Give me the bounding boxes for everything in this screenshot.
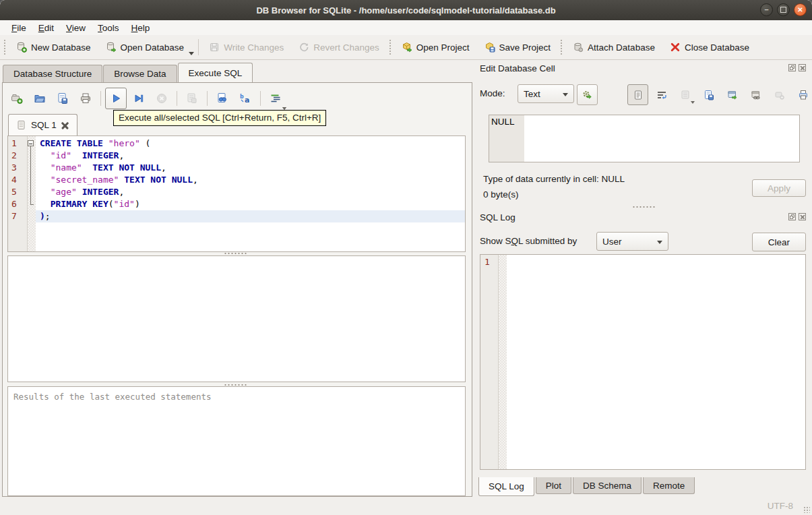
code-text: "name" TEXT NOT NULL,: [36, 162, 465, 174]
print-sql-button[interactable]: [75, 88, 96, 109]
open-sql-tab-button[interactable]: [6, 88, 28, 109]
print-cell-button[interactable]: [792, 84, 812, 105]
toolbar-drag-handle[interactable]: [3, 39, 7, 55]
editor-line[interactable]: 7);: [8, 210, 465, 222]
sql-editor[interactable]: 1CREATE TABLE "hero" (2 "id" INTEGER,3 "…: [7, 135, 466, 252]
chevron-down-icon: [563, 93, 568, 96]
dock-tab-remote[interactable]: Remote: [643, 477, 695, 494]
dock-close-icon[interactable]: [799, 64, 806, 71]
attach-database-button[interactable]: Attach Database: [565, 37, 662, 57]
open-file-icon: [34, 92, 46, 104]
code-text: "secret_name" TEXT NOT NULL,: [36, 174, 465, 186]
menu-file[interactable]: File: [5, 22, 32, 34]
sql-editor-lines: 1CREATE TABLE "hero" (2 "id" INTEGER,3 "…: [8, 138, 465, 222]
log-line-number-gutter: [480, 255, 499, 469]
open-database-button[interactable]: Open Database: [98, 37, 192, 57]
word-wrap-button[interactable]: [651, 84, 672, 105]
open-in-external-button[interactable]: [722, 84, 743, 105]
editor-line[interactable]: 3 "name" TEXT NOT NULL,: [8, 162, 465, 174]
find-in-sql-button[interactable]: [212, 88, 233, 109]
execute-current-line-button[interactable]: [128, 88, 150, 109]
maximize-button[interactable]: [777, 3, 790, 16]
mode-label: Mode:: [480, 88, 505, 98]
dock-splitter-handle[interactable]: [632, 206, 655, 208]
menu-tools[interactable]: Tools: [92, 22, 125, 34]
toolbar-drag-handle[interactable]: [389, 39, 392, 55]
find-icon: [216, 92, 228, 104]
sql-log-view[interactable]: 1: [480, 254, 806, 470]
dock-float-icon[interactable]: [788, 213, 796, 220]
editor-line[interactable]: 2 "id" INTEGER,: [8, 150, 465, 162]
open-database-icon: [106, 42, 117, 53]
fold-marker: [27, 210, 36, 222]
close-window-button[interactable]: ✕: [794, 3, 807, 16]
close-database-button[interactable]: Close Database: [662, 37, 757, 57]
tab-database-structure[interactable]: Database Structure: [3, 65, 102, 82]
toolbar-drag-handle[interactable]: [560, 39, 563, 55]
sql-log-filter-select[interactable]: User: [596, 232, 668, 251]
minimize-button[interactable]: –: [760, 3, 773, 16]
sql-document-tab[interactable]: SQL 1: [8, 114, 77, 135]
tab-browse-data[interactable]: Browse Data: [103, 65, 177, 82]
sql-tab-label: SQL 1: [31, 120, 57, 130]
menu-view[interactable]: View: [60, 22, 92, 34]
auto-indent-button[interactable]: [265, 88, 286, 109]
open-database-dropdown-icon[interactable]: [189, 52, 194, 55]
close-database-icon: [670, 42, 681, 53]
editor-line[interactable]: 1CREATE TABLE "hero" (: [8, 138, 465, 150]
word-wrap-icon: [656, 90, 667, 100]
dock-close-icon[interactable]: [799, 213, 806, 220]
dock-tab-sql-log[interactable]: SQL Log: [478, 477, 534, 496]
line-number: 2: [8, 150, 27, 162]
results-message-pane[interactable]: Results of the last executed statements: [7, 386, 466, 496]
editor-line[interactable]: 4 "secret_name" TEXT NOT NULL,: [8, 174, 465, 186]
cell-editor[interactable]: NULL: [489, 115, 800, 162]
text-mode-button[interactable]: [627, 84, 648, 105]
open-project-button[interactable]: Open Project: [394, 37, 477, 57]
fold-marker: [27, 150, 36, 162]
auto-mode-button[interactable]: [577, 84, 598, 105]
save-results-button: [181, 88, 203, 109]
results-placeholder: Results of the last executed statements: [13, 392, 212, 402]
apply-button: Apply: [752, 179, 806, 197]
export-cell-data-button[interactable]: [698, 84, 719, 105]
code-text: CREATE TABLE "hero" (: [36, 138, 465, 150]
sql-log-dock-buttons: [788, 213, 806, 220]
menu-help[interactable]: Help: [125, 22, 156, 34]
editor-line[interactable]: 5 "age" INTEGER,: [8, 186, 465, 198]
open-project-icon: [402, 42, 412, 53]
dock-tab-plot[interactable]: Plot: [536, 477, 571, 494]
import-dropdown-icon: [691, 101, 695, 104]
titlebar[interactable]: DB Browser for SQLite - /home/user/code/…: [0, 0, 812, 21]
db-browser-window: DB Browser for SQLite - /home/user/code/…: [0, 0, 812, 515]
results-grid-pane[interactable]: [7, 255, 466, 382]
tab-execute-sql[interactable]: Execute SQL: [178, 63, 253, 82]
fold-marker[interactable]: [27, 138, 36, 150]
execute-sql-button[interactable]: [105, 88, 127, 109]
log-line-number: 1: [485, 257, 490, 267]
dock-float-icon[interactable]: [788, 64, 796, 71]
copy-link-button[interactable]: [745, 84, 766, 105]
clear-log-button[interactable]: Clear: [752, 233, 806, 251]
format-sql-button[interactable]: b a: [235, 88, 256, 109]
cell-value: NULL: [491, 117, 515, 127]
editor-line[interactable]: 6 PRIMARY KEY("id"): [8, 198, 465, 210]
save-sql-file-button[interactable]: [52, 88, 73, 109]
save-project-button[interactable]: Save Project: [477, 37, 559, 57]
gear-arrow-icon: [582, 89, 593, 100]
export-window-icon: [727, 90, 738, 100]
cell-size-info: 0 byte(s): [483, 189, 519, 200]
line-number: 3: [8, 162, 27, 174]
mode-select[interactable]: Text: [518, 84, 574, 103]
resize-grip-icon[interactable]: [803, 506, 810, 513]
splitter-handle[interactable]: [224, 252, 247, 255]
new-database-button[interactable]: New Database: [9, 37, 98, 57]
tab-close-icon[interactable]: [61, 121, 69, 129]
indent-lines-icon: [270, 92, 282, 104]
sql-log-filter-label: Show SQL submitted by: [480, 236, 577, 246]
open-sql-file-button[interactable]: [29, 88, 51, 109]
execute-play-icon: [110, 92, 122, 104]
dock-tab-db-schema[interactable]: DB Schema: [573, 477, 642, 494]
sql-tab-row: SQL 1: [8, 114, 77, 135]
menu-edit[interactable]: Edit: [32, 22, 60, 34]
